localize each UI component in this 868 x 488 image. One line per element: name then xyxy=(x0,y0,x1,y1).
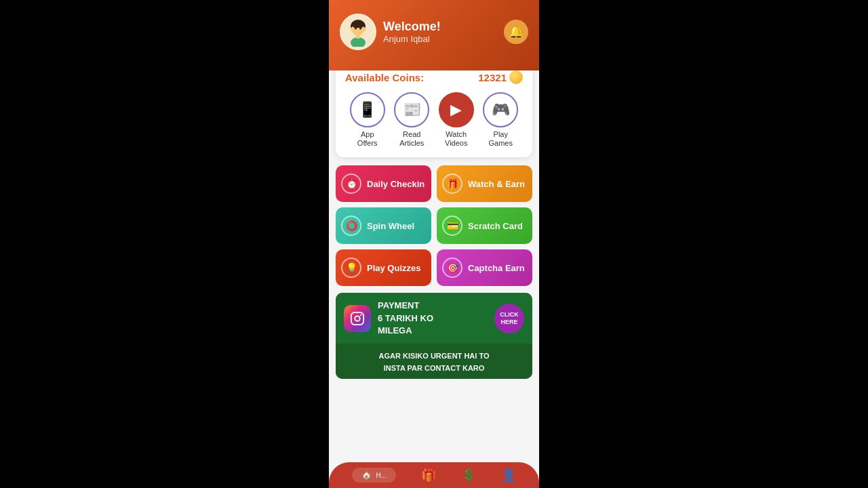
svg-rect-2 xyxy=(353,22,363,28)
scratch-card-button[interactable]: 💳 Scratch Card xyxy=(437,207,532,244)
bottom-nav: 🏠 H... 🎁 💲 👤 xyxy=(329,462,539,488)
play-quizzes-label: Play Quizzes xyxy=(367,263,420,273)
daily-checkin-button[interactable]: ⏰ Daily Checkin xyxy=(336,165,431,202)
svg-point-7 xyxy=(351,37,366,47)
nav-wallet[interactable]: 💲 xyxy=(461,468,476,483)
app-offers-label: AppOffers xyxy=(357,130,378,148)
read-articles-icon-circle: 📰 xyxy=(394,92,429,127)
spin-wheel-button[interactable]: ⭕ Spin Wheel xyxy=(336,207,431,244)
quick-action-watch-videos[interactable]: ▶ WatchVideos xyxy=(439,92,474,148)
watch-earn-label: Watch & Earn xyxy=(468,179,525,189)
watch-videos-label: WatchVideos xyxy=(445,130,467,148)
captcha-earn-label: Captcha Earn xyxy=(468,263,525,273)
spin-wheel-icon: ⭕ xyxy=(341,216,361,236)
coins-row: Available Coins: 12321 xyxy=(345,70,523,84)
spin-wheel-label: Spin Wheel xyxy=(367,221,414,231)
gifts-icon: 🎁 xyxy=(421,468,436,483)
nav-home[interactable]: 🏠 H... xyxy=(352,468,396,483)
scratch-card-label: Scratch Card xyxy=(468,221,523,231)
svg-rect-8 xyxy=(356,35,360,39)
play-games-label: PlayGames xyxy=(489,130,513,148)
quick-action-play-games[interactable]: 🎮 PlayGames xyxy=(483,92,518,148)
captcha-earn-icon: 🎯 xyxy=(442,258,462,278)
scratch-card-icon: 💳 xyxy=(442,216,462,236)
action-buttons-grid: ⏰ Daily Checkin 🎁 Watch & Earn ⭕ Spin Wh… xyxy=(329,157,539,286)
quick-actions-row: 📱 AppOffers 📰 ReadArticles ▶ WatchVideos… xyxy=(345,92,523,148)
click-here-button[interactable]: CLICKHERE xyxy=(494,304,524,333)
username: Anjum Iqbal xyxy=(383,34,441,44)
daily-checkin-icon: ⏰ xyxy=(341,174,361,194)
coins-amount: 12321 xyxy=(478,72,507,83)
play-games-icon-circle: 🎮 xyxy=(483,92,518,127)
coins-label: Available Coins: xyxy=(345,72,424,83)
avatar xyxy=(340,14,376,50)
nav-profile[interactable]: 👤 xyxy=(501,468,516,483)
header: Welcome! Anjum Iqbal 🔔 xyxy=(329,0,539,70)
watch-earn-button[interactable]: 🎁 Watch & Earn xyxy=(437,165,532,202)
home-label: H... xyxy=(376,472,387,479)
coin-icon xyxy=(509,70,523,84)
quick-action-read-articles[interactable]: 📰 ReadArticles xyxy=(394,92,429,148)
profile-icon: 👤 xyxy=(501,468,516,483)
coins-card: Available Coins: 12321 📱 AppOffers 📰 Rea… xyxy=(336,70,532,157)
svg-point-3 xyxy=(351,27,353,31)
svg-point-10 xyxy=(355,316,359,321)
wallet-icon: 💲 xyxy=(461,468,476,483)
payment-top: PAYMENT6 TARIKH KOMILEGA CLICKHERE xyxy=(336,293,532,344)
notification-bell[interactable]: 🔔 xyxy=(504,20,528,44)
captcha-earn-button[interactable]: 🎯 Captcha Earn xyxy=(437,249,532,286)
app-offers-icon-circle: 📱 xyxy=(350,92,385,127)
header-text: Welcome! Anjum Iqbal xyxy=(383,20,441,44)
svg-point-6 xyxy=(359,28,361,30)
svg-point-11 xyxy=(360,314,361,316)
coins-value: 12321 xyxy=(478,70,523,84)
payment-main-text: PAYMENT6 TARIKH KOMILEGA xyxy=(378,300,488,337)
instagram-icon xyxy=(344,305,371,332)
payment-bottom-text: AGAR KISIKO URGENT HAI TOINSTA PAR CONTA… xyxy=(379,352,490,372)
app-screen: Welcome! Anjum Iqbal 🔔 Available Coins: … xyxy=(329,0,539,488)
play-quizzes-button[interactable]: 💡 Play Quizzes xyxy=(336,249,431,286)
quick-action-app-offers[interactable]: 📱 AppOffers xyxy=(350,92,385,148)
svg-point-4 xyxy=(363,27,366,31)
home-icon: 🏠 xyxy=(361,470,372,480)
header-left: Welcome! Anjum Iqbal xyxy=(340,14,441,50)
svg-point-5 xyxy=(355,28,357,30)
play-quizzes-icon: 💡 xyxy=(341,258,361,278)
watch-videos-icon-circle: ▶ xyxy=(439,92,474,127)
watch-earn-icon: 🎁 xyxy=(442,174,462,194)
daily-checkin-label: Daily Checkin xyxy=(367,179,425,189)
payment-banner: PAYMENT6 TARIKH KOMILEGA CLICKHERE AGAR … xyxy=(336,293,532,379)
welcome-title: Welcome! xyxy=(383,20,441,34)
payment-bottom: AGAR KISIKO URGENT HAI TOINSTA PAR CONTA… xyxy=(336,344,532,379)
svg-rect-9 xyxy=(351,312,363,324)
nav-gifts[interactable]: 🎁 xyxy=(421,468,436,483)
read-articles-label: ReadArticles xyxy=(399,130,424,148)
